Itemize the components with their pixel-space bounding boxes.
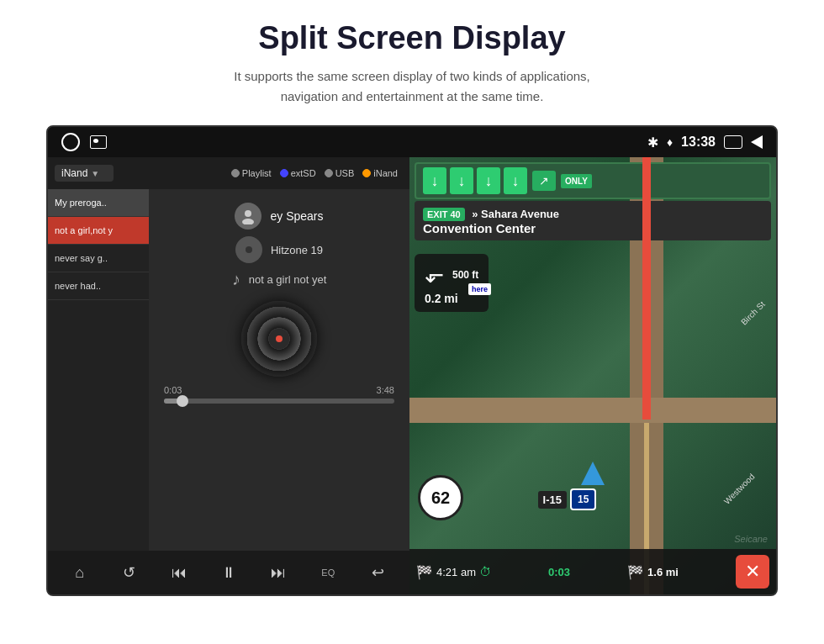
progress-bar[interactable] [164,399,394,404]
music-panel: iNand ▼ Playlist extSD USB [48,157,409,594]
extsd-option[interactable]: extSD [280,168,316,178]
player-center: ey Spears Hitzone 19 ♪ not a girl not ye… [149,189,409,551]
device-frame: ✱ ♦ 13:38 iNand ▼ Playlist [46,125,778,596]
flag-icon-start: 🏁 [416,564,433,580]
vinyl [241,301,317,377]
exit-venue: Convention Center [423,221,763,235]
highway-shield-num: 15 [570,488,596,510]
playlist-option[interactable]: Playlist [231,168,272,178]
status-right: ✱ ♦ 13:38 [647,135,763,150]
playlist-item-2[interactable]: not a girl,not y [48,217,149,245]
song-row: ♪ not a girl not yet [232,270,327,289]
artist-name: ey Spears [270,209,323,223]
source-bar: iNand ▼ Playlist extSD USB [48,157,409,189]
image-icon [90,135,107,149]
exit-street: » Sahara Avenue [472,208,559,220]
progress-area: 0:03 3:48 [157,385,401,404]
controls-bar: ⌂ ↺ ⏮ ⏸ ⏭ EQ ↩ [48,551,409,594]
flag-icon-end: 🏁 [627,564,644,580]
extsd-radio [280,169,288,177]
highway-sign-top: ↓ ↓ ↓ ↓ ↗ ONLY [415,162,771,199]
here-logo: here [468,283,491,295]
speed-panel: 62 [418,475,463,520]
repeat-button[interactable]: ↺ [113,556,146,589]
nav-distance: 1.6 mi [647,566,679,578]
album-row: Hitzone 19 [235,236,323,263]
inand-radio [362,169,371,177]
exit-banner: EXIT 40 » Sahara Avenue Convention Cente… [415,201,771,240]
route-line [642,157,651,420]
distance-block: 🏁 1.6 mi [627,564,679,580]
eq-button[interactable]: EQ [311,556,345,589]
progress-current: 0:03 [164,385,182,395]
arrival-time: 4:21 am [436,566,476,578]
nav-close-button[interactable]: ✕ [736,555,769,589]
arrow-group: ↓ ↓ ↓ ↓ [423,167,527,194]
page-header: Split Screen Display It supports the sam… [0,0,824,117]
extsd-label: extSD [291,168,316,178]
music-content: My preroga.. not a girl,not y never say … [48,189,409,551]
svg-point-0 [245,210,251,217]
map-road-horizontal [409,398,776,423]
playlist-item-1[interactable]: My preroga.. [48,189,149,217]
artist-row: ey Spears [235,203,323,230]
person-icon [240,208,256,224]
playlist-radio [231,169,240,177]
duration-block: 0:03 [548,566,570,578]
screen-icon [724,135,742,149]
page-title: Split Screen Display [34,20,790,56]
arrow-down-2: ↓ [450,167,473,194]
playlist-label: Playlist [242,168,272,178]
vinyl-center [269,329,289,349]
nav-bottom-bar: 🏁 4:21 am ⏱ 0:03 🏁 1.6 mi ✕ [409,549,776,594]
arrow-down-4: ↓ [504,167,527,194]
watermark: Seicane [734,534,768,544]
source-label: iNand [61,167,87,179]
progress-thumb [177,395,188,407]
progress-fill [164,399,182,404]
source-options: Playlist extSD USB iNand [117,168,403,178]
progress-total: 3:48 [377,385,394,395]
location-icon: ♦ [667,135,673,149]
vinyl-dot [276,335,283,342]
nav-panel: Birch St Westwood Sahara Avenue ↓ ↓ ↓ ↓ … [409,157,776,594]
source-dropdown[interactable]: iNand ▼ [55,165,114,182]
nav-duration: 0:03 [548,566,570,578]
next-button[interactable]: ⏭ [261,556,295,589]
svg-point-1 [242,219,254,224]
playlist-item-3[interactable]: never say g.. [48,245,149,272]
home-button[interactable]: ⌂ [63,556,97,589]
status-time: 13:38 [681,135,716,150]
disc-icon [235,236,262,263]
usb-radio [325,169,333,177]
status-bar: ✱ ♦ 13:38 [48,127,776,157]
progress-times: 0:03 3:48 [164,385,394,395]
song-name: not a girl not yet [249,273,327,286]
vinyl-disc [241,301,317,377]
home-icon [61,133,80,151]
status-left [61,133,107,151]
playlist-item-4[interactable]: never had.. [48,272,149,300]
arrow-down-3: ↓ [477,167,500,194]
nav-arrow [581,462,605,485]
exit-number: EXIT 40 [423,208,465,221]
only-sign: ONLY [561,174,592,188]
arrow-down-1: ↓ [423,167,446,194]
highway-label: I-15 [538,491,567,509]
back-icon [751,135,763,149]
speed-number: 62 [431,489,450,506]
artist-avatar [235,203,261,230]
prev-button[interactable]: ⏮ [162,556,196,589]
pause-button[interactable]: ⏸ [212,556,246,589]
back-button[interactable]: ↩ [361,556,394,589]
usb-label: USB [335,168,355,178]
inand-option[interactable]: iNand [362,168,398,178]
chevron-down-icon: ▼ [91,169,99,178]
album-name: Hitzone 19 [271,244,323,256]
playlist-sidebar: My preroga.. not a girl,not y never say … [48,189,149,551]
inand-label: iNand [373,168,398,178]
highway-shield: I-15 15 [538,488,597,510]
usb-option[interactable]: USB [325,168,355,178]
arrival-block: 🏁 4:21 am ⏱ [416,564,491,580]
turn-icon: ⬐ [425,261,444,288]
